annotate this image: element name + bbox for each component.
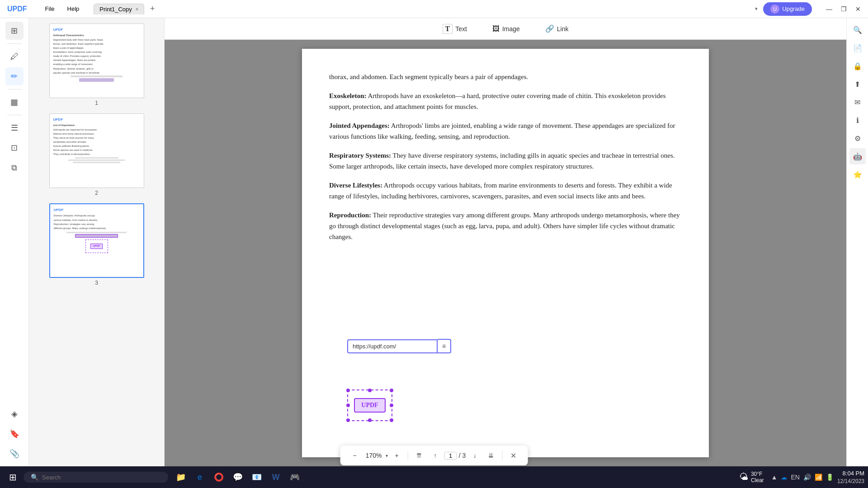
first-page-btn[interactable]: ⇈: [412, 448, 426, 463]
handle-top-left[interactable]: [346, 389, 350, 392]
handle-bot-mid[interactable]: [368, 418, 372, 422]
taskbar-search-bar[interactable]: 🔍: [24, 472, 168, 483]
content-area: T Text 🖼 Image 🔗 Link thorax, and abdome…: [165, 18, 846, 466]
thumbnail-page-1[interactable]: UPDF Arthropod Characteristics Segmented…: [29, 23, 164, 106]
tab-label: Print1_Copy: [99, 6, 132, 13]
text-tool-btn[interactable]: T Text: [437, 21, 472, 37]
convert-right-icon[interactable]: ⬆: [849, 76, 866, 92]
text-tool-label: Text: [455, 25, 467, 33]
ocr-right-icon[interactable]: ⚙: [849, 130, 866, 146]
tab-bar: Print1_Copy × +: [94, 3, 159, 15]
tab-close-btn[interactable]: ×: [136, 6, 138, 12]
handle-top-right[interactable]: [390, 389, 393, 392]
prev-page-btn[interactable]: ↑: [428, 448, 443, 463]
onedrive-icon[interactable]: ☁: [781, 474, 787, 481]
time-display: 8:04 PM: [837, 469, 864, 478]
weather-condition: Clear: [751, 477, 764, 483]
clock[interactable]: 8:04 PM 12/14/2023: [837, 469, 864, 485]
link-tool-label: Link: [557, 25, 569, 33]
tab-add-btn[interactable]: +: [146, 3, 159, 15]
zoom-control: 170% ▾: [364, 452, 388, 459]
edit-toolbar: T Text 🖼 Image 🔗 Link: [165, 18, 846, 40]
protect-right-icon[interactable]: 🔒: [849, 58, 866, 74]
tab-print1copy[interactable]: Print1_Copy ×: [94, 4, 144, 14]
handle-mid-left[interactable]: [346, 404, 350, 407]
thumbnail-page-2[interactable]: UPDF List of Importance Arthropods are i…: [29, 113, 164, 196]
image-tool-label: Image: [502, 25, 520, 33]
pdf-scroll[interactable]: thorax, and abdomen. Each segment typica…: [165, 40, 846, 466]
taskbar-edge[interactable]: e: [191, 468, 209, 486]
url-input-field[interactable]: [347, 339, 438, 353]
taskbar-teams[interactable]: 💬: [229, 468, 247, 486]
page-number-input[interactable]: [444, 452, 457, 460]
tab-dropdown-icon[interactable]: ▾: [755, 6, 758, 12]
menu-help[interactable]: Help: [62, 4, 85, 14]
sidebar-edit-icon[interactable]: ✏: [5, 67, 24, 85]
zoom-out-btn[interactable]: −: [348, 448, 362, 463]
selected-image[interactable]: UPDF: [347, 389, 392, 421]
taskbar-explorer[interactable]: 📁: [172, 468, 190, 486]
star-right-icon[interactable]: ⭐: [849, 166, 866, 183]
para-6-text: Their reproductive strategies vary among…: [329, 211, 680, 240]
sidebar-stack-icon[interactable]: ⧉: [5, 159, 24, 177]
total-pages: 3: [462, 452, 466, 459]
handle-mid-right[interactable]: [390, 404, 393, 407]
sidebar-grid-icon[interactable]: ⊡: [5, 139, 24, 157]
link-tool-icon: 🔗: [545, 24, 554, 33]
thumbnail-page-3[interactable]: UPDF Diverse Lifestyles: Arthropods occu…: [29, 203, 164, 286]
mail-right-icon[interactable]: ✉: [849, 94, 866, 110]
image-tool-btn[interactable]: 🖼 Image: [487, 22, 525, 36]
title-bar-right: ▾ U Upgrade — ❐ ✕: [755, 2, 864, 16]
taskbar-word[interactable]: W: [267, 468, 285, 486]
upgrade-button[interactable]: U Upgrade: [763, 2, 812, 16]
sidebar-divider-2: [7, 89, 22, 89]
handle-bot-left[interactable]: [346, 418, 350, 422]
sidebar-bottom: ◈ 🔖 📎: [5, 405, 24, 463]
handle-top-mid[interactable]: [368, 389, 372, 392]
language-icon[interactable]: EN: [791, 474, 799, 481]
sidebar-list-icon[interactable]: ☰: [5, 119, 24, 137]
volume-icon[interactable]: 🔊: [803, 474, 811, 481]
nav-close-btn[interactable]: ✕: [506, 448, 520, 463]
doc-right-icon[interactable]: 📄: [849, 40, 866, 56]
chevron-up-icon[interactable]: ▲: [771, 474, 778, 481]
sidebar-pages-icon[interactable]: ⊞: [5, 22, 24, 40]
last-page-btn[interactable]: ⇊: [484, 448, 498, 463]
zoom-in-btn[interactable]: +: [390, 448, 404, 463]
user-avatar: U: [770, 5, 779, 14]
thumbnail-panel[interactable]: UPDF Arthropod Characteristics Segmented…: [29, 18, 165, 466]
sidebar-bookmark-icon[interactable]: 🔖: [5, 425, 24, 443]
chat-right-icon[interactable]: 🤖: [849, 148, 866, 164]
battery-icon[interactable]: 🔋: [826, 474, 834, 481]
menu-file[interactable]: File: [40, 4, 60, 14]
taskbar-updf[interactable]: 🎮: [286, 468, 304, 486]
network-icon[interactable]: 📶: [815, 474, 822, 481]
zoom-dropdown-icon[interactable]: ▾: [386, 453, 388, 458]
sidebar-right: 🔍 📄 🔒 ⬆ ✉ ℹ ⚙ 🤖 ⭐: [846, 18, 868, 466]
next-page-btn[interactable]: ↓: [467, 448, 482, 463]
image-tool-icon: 🖼: [492, 25, 500, 33]
taskbar-outlook[interactable]: 📧: [248, 468, 266, 486]
taskbar-search-input[interactable]: [42, 474, 132, 481]
link-tool-btn[interactable]: 🔗 Link: [540, 22, 574, 36]
taskbar-chrome[interactable]: ⭕: [210, 468, 228, 486]
minimize-btn[interactable]: —: [823, 3, 835, 15]
info-right-icon[interactable]: ℹ: [849, 112, 866, 128]
handle-bot-right[interactable]: [390, 418, 393, 422]
system-tray: ▲ ☁ EN 🔊 📶 🔋: [771, 474, 834, 481]
sidebar-attachment-icon[interactable]: 📎: [5, 445, 24, 463]
search-right-icon[interactable]: 🔍: [849, 22, 866, 38]
sidebar-layers-icon[interactable]: ◈: [5, 405, 24, 423]
page-separator: /: [459, 452, 461, 459]
sidebar-highlight-icon[interactable]: 🖊: [5, 47, 24, 66]
close-btn[interactable]: ✕: [852, 3, 864, 15]
taskbar-right: 🌤 30°F Clear ▲ ☁ EN 🔊 📶 🔋 8:04 PM 12/14/…: [736, 469, 864, 485]
sidebar-table-icon[interactable]: ▦: [5, 93, 24, 111]
taskbar: ⊞ 🔍 📁 e ⭕ 💬 📧 W 🎮 🌤 30°F: [0, 466, 868, 488]
start-btn[interactable]: ⊞: [4, 468, 22, 486]
maximize-btn[interactable]: ❐: [837, 3, 850, 15]
para-4: Respiratory Systems: They have diverse r…: [329, 150, 682, 172]
selected-image-label: UPDF: [354, 398, 385, 413]
para-5-bold: Diverse Lifestyles:: [329, 182, 382, 189]
url-settings-btn[interactable]: ≡: [438, 339, 451, 353]
